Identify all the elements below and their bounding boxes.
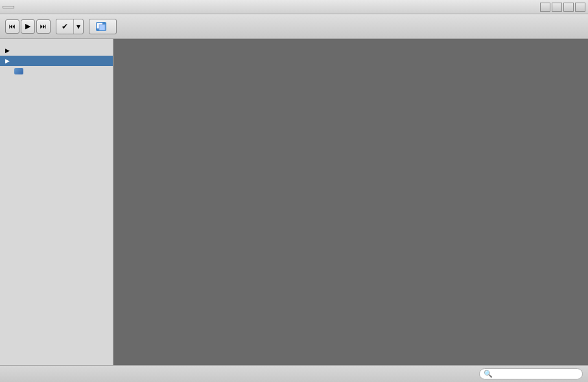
minimize-button[interactable] [552, 3, 562, 12]
check-part[interactable]: ✔ [56, 19, 74, 34]
transport-controls: ⏮ ▶ ⏭ [5, 19, 51, 34]
sidebar-spacer [0, 76, 113, 360]
search-input[interactable] [495, 370, 580, 378]
title-bar [0, 0, 588, 14]
close-button[interactable] [575, 3, 585, 12]
sidebar-section-title [0, 39, 113, 45]
play-button[interactable]: ▶ [21, 19, 35, 34]
sidebar-item-all-music[interactable]: ▶ [0, 45, 113, 56]
svg-rect-1 [99, 25, 105, 30]
search-icon: 🔍 [484, 370, 493, 378]
copy-icon [96, 22, 106, 31]
prev-button[interactable]: ⏮ [5, 19, 19, 34]
search-box[interactable]: 🔍 [479, 368, 583, 379]
main-content: ▶ ▶ [0, 39, 588, 365]
help-button[interactable] [540, 3, 550, 12]
sidebar-item-example[interactable] [0, 66, 113, 76]
expand-icon: ▶ [4, 47, 10, 54]
photo-album-icon [14, 68, 23, 74]
copy-button[interactable] [89, 19, 117, 34]
maximize-button[interactable] [563, 3, 574, 12]
toolbar: ⏮ ▶ ⏭ ✔ ▾ [0, 14, 588, 39]
status-bar: 🔍 [0, 365, 588, 382]
add-button[interactable] [0, 360, 113, 365]
check-dropdown[interactable]: ✔ ▾ [56, 19, 84, 34]
sidebar-item-all-photos[interactable]: ▶ [0, 56, 113, 66]
photos-area[interactable] [113, 39, 588, 365]
about-button[interactable] [3, 6, 14, 8]
dropdown-arrow-icon[interactable]: ▾ [74, 19, 83, 34]
collapse-icon: ▶ [4, 58, 10, 64]
checkmark-icon: ✔ [62, 22, 68, 31]
window-controls [540, 3, 585, 12]
sidebar: ▶ ▶ [0, 39, 113, 365]
next-button[interactable]: ⏭ [36, 19, 51, 34]
